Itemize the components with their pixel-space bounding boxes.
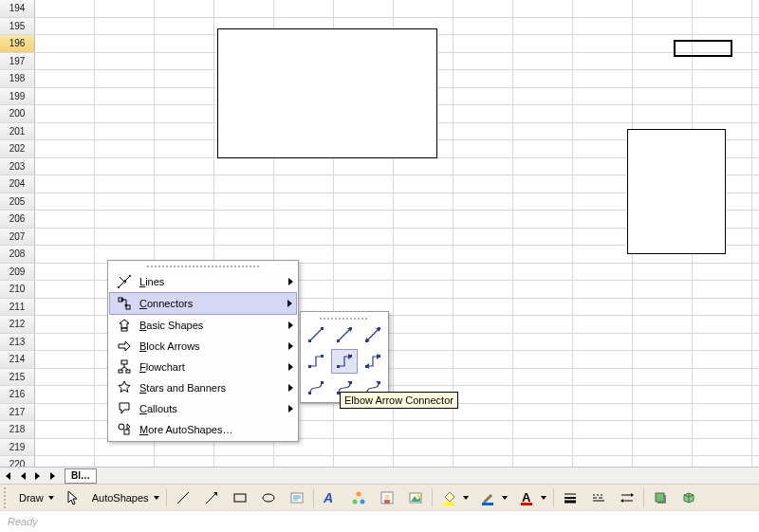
line-color-button[interactable] bbox=[474, 487, 511, 508]
arrow-style-button[interactable] bbox=[614, 487, 640, 508]
submenu-arrow-icon bbox=[288, 384, 293, 392]
line-icon bbox=[174, 488, 193, 507]
row-header[interactable]: 209 bbox=[0, 264, 35, 281]
menu-item-label: Lines bbox=[136, 276, 164, 287]
oval-tool[interactable] bbox=[255, 487, 282, 508]
row-header[interactable]: 205 bbox=[0, 193, 35, 211]
connectors-palette[interactable] bbox=[300, 311, 389, 403]
dash-style-button[interactable] bbox=[585, 487, 612, 508]
tab-nav-first[interactable] bbox=[0, 468, 15, 484]
svg-rect-8 bbox=[121, 328, 127, 331]
svg-rect-54 bbox=[482, 503, 493, 505]
cube-icon bbox=[679, 488, 698, 507]
line-style-button[interactable] bbox=[557, 487, 583, 508]
row-header[interactable]: 201 bbox=[0, 123, 35, 140]
row-header[interactable]: 208 bbox=[0, 246, 35, 263]
svg-rect-53 bbox=[443, 503, 454, 505]
row-header[interactable]: 194 bbox=[0, 0, 35, 17]
row-header[interactable]: 199 bbox=[0, 88, 35, 105]
rectangle-tool[interactable] bbox=[227, 487, 253, 508]
row-header[interactable]: 202 bbox=[0, 140, 35, 157]
menu-item-more-autoshapes[interactable]: More AutoShapes… bbox=[109, 419, 297, 440]
connector-elbow-double-arrow-connector[interactable] bbox=[360, 349, 386, 374]
diagram-button[interactable] bbox=[345, 487, 372, 508]
menu-icon bbox=[113, 358, 136, 376]
drawing-toolbar[interactable]: Draw AutoShapes A A bbox=[0, 484, 759, 511]
3d-button[interactable] bbox=[676, 487, 702, 508]
row-header[interactable]: 214 bbox=[0, 351, 35, 368]
menu-item-label: Callouts bbox=[136, 403, 177, 414]
row-header[interactable]: 210 bbox=[0, 281, 35, 298]
connector-straight-connector[interactable] bbox=[303, 322, 329, 347]
drawn-rectangle[interactable] bbox=[627, 129, 726, 254]
menu-icon bbox=[113, 273, 136, 290]
oval-icon bbox=[259, 488, 278, 507]
select-objects-button[interactable] bbox=[60, 487, 86, 508]
row-header[interactable]: 195 bbox=[0, 18, 35, 35]
connector-straight-arrow-connector[interactable] bbox=[331, 322, 358, 347]
arrow-icon bbox=[202, 488, 221, 507]
arrow-tool[interactable] bbox=[198, 487, 225, 508]
menu-item-connectors[interactable]: Connectors bbox=[109, 292, 297, 315]
picture-button[interactable] bbox=[402, 487, 429, 508]
svg-line-22 bbox=[367, 329, 379, 340]
wordart-button[interactable]: A bbox=[317, 487, 343, 508]
shadow-icon bbox=[651, 488, 670, 507]
connector-straight-double-arrow-connector[interactable] bbox=[360, 322, 386, 347]
row-header[interactable]: 204 bbox=[0, 175, 35, 193]
menu-item-callouts[interactable]: Callouts bbox=[109, 398, 297, 419]
drawn-rectangle[interactable] bbox=[217, 28, 437, 158]
palette-drag-handle[interactable] bbox=[303, 314, 386, 322]
draw-menu-button[interactable]: Draw bbox=[15, 487, 58, 508]
sheet-tab-bar[interactable]: Bl… bbox=[0, 467, 759, 485]
row-header[interactable]: 216 bbox=[0, 386, 35, 403]
tooltip: Elbow Arrow Connector bbox=[340, 392, 458, 409]
svg-rect-66 bbox=[656, 493, 664, 502]
tab-nav-last[interactable] bbox=[46, 468, 61, 484]
arrowstyle-icon bbox=[618, 488, 637, 507]
textbox-tool[interactable] bbox=[284, 487, 310, 508]
connector-elbow-connector[interactable] bbox=[303, 349, 329, 374]
menu-item-block-arrows[interactable]: Block Arrows bbox=[109, 336, 297, 357]
submenu-arrow-icon bbox=[288, 363, 293, 371]
autoshapes-submenu[interactable]: LinesConnectorsBasic ShapesBlock ArrowsF… bbox=[107, 260, 299, 442]
row-header[interactable]: 197 bbox=[0, 53, 35, 70]
font-color-button[interactable]: A bbox=[513, 487, 550, 508]
row-header[interactable]: 198 bbox=[0, 70, 35, 87]
row-header[interactable]: 200 bbox=[0, 105, 35, 122]
toolbar-grip[interactable] bbox=[4, 487, 10, 508]
sheet-tab-active[interactable]: Bl… bbox=[65, 468, 97, 484]
row-header[interactable]: 219 bbox=[0, 439, 35, 456]
row-header[interactable]: 220 bbox=[0, 456, 35, 467]
row-header[interactable]: 196 bbox=[0, 35, 35, 52]
row-header[interactable]: 212 bbox=[0, 316, 35, 333]
menu-icon bbox=[113, 295, 136, 312]
menu-item-basic-shapes[interactable]: Basic Shapes bbox=[109, 315, 297, 336]
tab-nav-next[interactable] bbox=[30, 468, 46, 484]
menu-item-stars-and-banners[interactable]: Stars and Banners bbox=[109, 377, 297, 398]
row-header[interactable]: 206 bbox=[0, 211, 35, 228]
shadow-button[interactable] bbox=[647, 487, 674, 508]
row-header[interactable]: 217 bbox=[0, 404, 35, 421]
row-header[interactable]: 207 bbox=[0, 229, 35, 246]
row-header[interactable]: 203 bbox=[0, 158, 35, 175]
autoshapes-menu-button[interactable]: AutoShapes bbox=[88, 487, 163, 508]
menu-item-flowchart[interactable]: Flowchart bbox=[109, 357, 297, 377]
row-header[interactable]: 215 bbox=[0, 369, 35, 386]
menu-item-lines[interactable]: Lines bbox=[109, 271, 297, 292]
connector-elbow-arrow-connector[interactable] bbox=[331, 349, 358, 374]
menu-drag-handle[interactable] bbox=[109, 262, 297, 271]
fill-color-button[interactable] bbox=[435, 487, 472, 508]
menu-item-label: Block Arrows bbox=[136, 340, 200, 352]
linestyle-icon bbox=[561, 488, 580, 507]
row-header[interactable]: 213 bbox=[0, 334, 35, 351]
submenu-arrow-icon bbox=[287, 300, 292, 307]
menu-icon bbox=[113, 400, 136, 417]
line-tool[interactable] bbox=[170, 487, 196, 508]
row-header[interactable]: 218 bbox=[0, 421, 35, 438]
tab-nav-prev[interactable] bbox=[15, 468, 30, 484]
clipart-button[interactable] bbox=[374, 487, 400, 508]
connector-curved-connector[interactable] bbox=[303, 376, 329, 400]
draw-label: Draw bbox=[19, 492, 44, 504]
row-header[interactable]: 211 bbox=[0, 299, 35, 316]
